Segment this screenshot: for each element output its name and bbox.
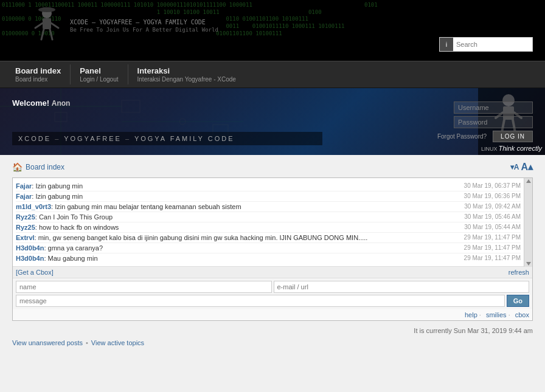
- cbox-footer: help · smilies · cbox: [13, 309, 532, 320]
- cbox-message-time: 29 Mar 19, 11:47 PM: [464, 234, 521, 241]
- cbox-message-time: 29 Mar 19, 11:47 PM: [464, 244, 521, 251]
- cbox-message-user[interactable]: Fajar: [16, 182, 32, 190]
- cbox-form-row1: [16, 281, 529, 293]
- view-active-topics-link[interactable]: View active topics: [91, 339, 144, 346]
- get-cbox-link[interactable]: [Get a Cbox]: [16, 269, 54, 276]
- cbox-message-user[interactable]: Extrvl: [16, 234, 35, 241]
- breadcrumb: 🏠 Board index: [12, 162, 64, 172]
- cbox-message-text: H3d0b4n: Mau gabung min: [16, 255, 458, 262]
- tagline-sep2: –: [125, 135, 131, 142]
- view-unanswered-posts-link[interactable]: View unanswered posts: [12, 339, 83, 346]
- site-name: XCODE – YOGYAFREE – YOGYA FAMILY CODE: [70, 19, 218, 26]
- font-increase-button[interactable]: A▴: [521, 161, 533, 173]
- cbox-footer-sep2: ·: [509, 311, 512, 318]
- nav-interaksi[interactable]: Interaksi Interaksi Dengan Yogyafree - X…: [128, 61, 245, 88]
- banner-right: Forgot Password? LOG IN: [335, 95, 545, 148]
- cbox-message-row: Fajar: Izin gabung min30 Mar 19, 06:36 P…: [16, 191, 521, 202]
- welcome-text: Welcome! Anon: [12, 98, 322, 108]
- cbox-message-user[interactable]: H3d0b4n: [16, 255, 44, 262]
- cbox-smilies-link[interactable]: smilies: [486, 311, 507, 318]
- welcome-label: Welcome!: [12, 98, 49, 108]
- svg-rect-1: [43, 18, 51, 29]
- header-site-info: XCODE – YOGYAFREE – YOGYA FAMILY CODE Be…: [70, 19, 218, 33]
- banner-area: Welcome! Anon XCODE – YOGYAFREE – YOGYA …: [0, 88, 545, 155]
- cbox-scroll-container[interactable]: [524, 178, 532, 267]
- breadcrumb-board-index-link[interactable]: Board index: [26, 163, 64, 171]
- font-decrease-button[interactable]: ▾A: [510, 163, 519, 171]
- cbox-scroll-down-button[interactable]: [526, 262, 531, 266]
- cbox-message-time: 30 Mar 19, 05:44 AM: [464, 224, 521, 230]
- nav-panel[interactable]: Panel Login / Logout: [71, 61, 127, 88]
- nav-board-index-sub: Board index: [15, 76, 61, 83]
- cbox-message-user[interactable]: Ryz25: [16, 213, 35, 221]
- nav-panel-label: Panel: [80, 66, 118, 75]
- cbox-message-text: Fajar: Izin gabung min: [16, 193, 458, 200]
- site-logo[interactable]: [30, 6, 64, 46]
- cbox-message-row: Extrvl: min, gw seneng banget kalo bisa …: [16, 233, 521, 243]
- svg-line-4: [41, 29, 44, 40]
- header-logo-area: XCODE – YOGYAFREE – YOGYA FAMILY CODE Be…: [30, 6, 218, 46]
- cbox-message-text: m1ld_v0rt3: Izin gabung min mau belajar …: [16, 203, 458, 210]
- cbox-help-link[interactable]: help: [465, 311, 477, 318]
- cbox-form: Go: [13, 278, 532, 309]
- nav-board-index[interactable]: Board index Board index: [6, 61, 70, 88]
- cbox-message-row: H3d0b4n: gmna ya caranya?29 Mar 19, 11:4…: [16, 243, 521, 253]
- cbox-message-text: Fajar: Izin gabung min: [16, 182, 458, 190]
- site-tagline: Be Free To Join Us For A Better Digital …: [70, 27, 218, 33]
- cbox-message-time: 30 Mar 19, 09:42 AM: [464, 203, 521, 210]
- login-button[interactable]: LOG IN: [493, 131, 533, 142]
- cbox-message-row2: Go: [16, 295, 529, 307]
- cbox-refresh-link[interactable]: refresh: [509, 269, 529, 276]
- nav-panel-sub: Login / Logout: [80, 76, 118, 83]
- cbox-email-input[interactable]: [274, 281, 530, 293]
- cbox-get-link-bar: [Get a Cbox] refresh: [13, 267, 532, 278]
- cbox-name-input[interactable]: [16, 281, 272, 293]
- cbox-message-row: Ryz25: how to hack fb on windows30 Mar 1…: [16, 222, 521, 233]
- cbox-message-row: m1ld_v0rt3: Izin gabung min mau belajar …: [16, 202, 521, 212]
- think-correctly-text: Think correctly: [498, 145, 542, 152]
- search-input[interactable]: [453, 40, 532, 49]
- nav-bar: Board index Board index Panel Login / Lo…: [0, 61, 545, 88]
- tagline-yogyafree: YOGYAFREE: [64, 135, 122, 142]
- cbox-message-time: 30 Mar 19, 06:36 PM: [464, 193, 521, 199]
- login-password-input[interactable]: [454, 116, 533, 128]
- nav-interaksi-sub: Interaksi Dengan Yogyafree - XCode: [137, 76, 236, 83]
- cbox-message-user[interactable]: Ryz25: [16, 224, 35, 231]
- nav-board-index-label: Board index: [15, 66, 61, 75]
- cbox-footer-sep1: ·: [479, 311, 483, 318]
- tagline-sep1: –: [55, 135, 60, 142]
- cbox-message-text: Ryz25: how to hack fb on windows: [16, 224, 458, 231]
- cbox-message-user[interactable]: Fajar: [16, 193, 32, 200]
- footer-links-separator: •: [86, 339, 88, 346]
- cbox-container: Fajar: Izin gabung min30 Mar 19, 06:37 P…: [12, 177, 533, 321]
- cbox-message-text: Ryz25: Can I Join To This Group: [16, 213, 458, 221]
- search-icon: i: [440, 38, 453, 51]
- footer-links: View unanswered posts • View active topi…: [12, 339, 533, 346]
- cbox-message-time: 29 Mar 19, 11:47 PM: [464, 255, 521, 261]
- cbox-message-row: H3d0b4n: Mau gabung min29 Mar 19, 11:47 …: [16, 253, 521, 263]
- login-bottom-row: Forgot Password? LOG IN: [437, 131, 533, 142]
- cbox-cbox-link[interactable]: cbox: [515, 311, 529, 318]
- cbox-messages[interactable]: Fajar: Izin gabung min30 Mar 19, 06:37 P…: [13, 178, 524, 267]
- login-username-input[interactable]: [454, 101, 533, 114]
- site-header: 0111000 1 100011100011 100011 100000111 …: [0, 0, 545, 61]
- main-content: 🏠 Board index ▾A A▴ Fajar: Izin gabung m…: [0, 155, 545, 392]
- cbox-message-user[interactable]: H3d0b4n: [16, 244, 44, 252]
- svg-line-2: [35, 23, 43, 28]
- forgot-password-link[interactable]: Forgot Password?: [437, 133, 487, 140]
- search-area[interactable]: i: [439, 37, 533, 52]
- svg-line-3: [51, 23, 58, 28]
- cbox-go-button[interactable]: Go: [507, 295, 529, 307]
- tagline-family: YOGYA FAMILY CODE: [134, 135, 235, 142]
- font-size-controls: ▾A A▴: [510, 161, 533, 173]
- login-form: Forgot Password? LOG IN: [437, 101, 533, 142]
- cbox-message-text: H3d0b4n: gmna ya caranya?: [16, 244, 458, 252]
- banner-tagline: XCODE – YOGYAFREE – YOGYA FAMILY CODE: [12, 132, 322, 145]
- cbox-messages-wrapper: Fajar: Izin gabung min30 Mar 19, 06:37 P…: [13, 178, 532, 267]
- cbox-message-input[interactable]: [16, 295, 505, 307]
- bottom-info: It is currently Sun Mar 31, 2019 9:44 am: [12, 327, 533, 334]
- cbox-message-text: Extrvl: min, gw seneng banget kalo bisa …: [16, 234, 458, 241]
- cbox-scroll-up-button[interactable]: [526, 179, 531, 183]
- cbox-message-user[interactable]: m1ld_v0rt3: [16, 203, 51, 210]
- cbox-message-time: 30 Mar 19, 06:37 PM: [464, 182, 521, 189]
